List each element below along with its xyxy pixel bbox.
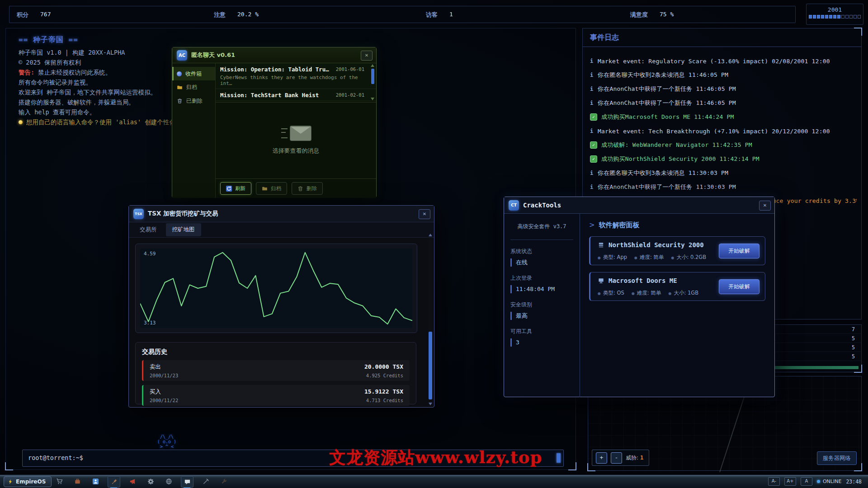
inbox-icon <box>177 71 182 76</box>
chat-button-归档[interactable]: 归档 <box>256 182 287 195</box>
scrollbar-thumb[interactable] <box>371 69 374 84</box>
close-icon[interactable]: ✕ <box>361 51 373 61</box>
pickaxe-icon[interactable] <box>200 476 212 487</box>
online-dot-icon <box>817 480 820 483</box>
trade-amount: 15.9122 TSX <box>364 388 403 395</box>
stat-value: 最高 <box>510 312 573 320</box>
font-reset-button[interactable]: A <box>801 477 812 486</box>
event-text: 成功破解: WebWanderer Navigator 11:42:35 PM <box>601 141 752 149</box>
tsx-window: TSX TSX 加密货币挖矿与交易 ✕ 交易所挖矿地图 4.59 3.13 交易… <box>128 205 434 408</box>
zoom-out-button[interactable]: - <box>611 452 622 464</box>
year-block <box>858 15 861 19</box>
chat-tab-已删除[interactable]: 已删除 <box>172 94 215 108</box>
attention-value: 20.2 % <box>237 11 259 19</box>
software-name: NorthShield Security 2000 <box>598 241 704 249</box>
globe-icon[interactable] <box>163 476 175 487</box>
map-controls: + - 威胁:1 <box>592 450 649 466</box>
gavel-icon[interactable] <box>108 476 120 488</box>
year-block <box>825 15 828 19</box>
event-log-entry: i你在匿名聊天中收到2条未读消息 11:46:05 PM <box>590 71 857 79</box>
os-start-button[interactable]: EmpireOS <box>4 476 52 487</box>
event-text: Market event: Tech Breakthrough (+7.10% … <box>598 128 830 135</box>
gavel-icon <box>111 479 118 485</box>
message-row[interactable]: Mission: TechStart Bank Heist2001-02-01 <box>216 89 376 101</box>
bullet-icon: ● <box>634 256 637 260</box>
event-log-entry: ✓成功购买NorthShield Security 2000 11:42:14 … <box>590 155 857 163</box>
font-larger-button[interactable]: A+ <box>784 477 796 486</box>
terminal-line-text: 禁止未经授权访问此系统。 <box>34 69 111 76</box>
chat-tab-归档[interactable]: 归档 <box>172 80 215 94</box>
start-crack-button[interactable]: 开始破解 <box>719 244 760 258</box>
package-icon[interactable] <box>71 476 83 487</box>
anonchat-titlebar[interactable]: AC 匿名聊天 v0.61 ✕ <box>172 47 376 63</box>
font-smaller-button[interactable]: A- <box>768 477 780 486</box>
chat-tab-label: 收件箱 <box>185 70 202 78</box>
chat-button-刷新[interactable]: 刷新 <box>220 182 251 195</box>
chart-high-label: 4.59 <box>144 251 156 257</box>
anonchat-window: AC 匿名聊天 v0.61 ✕ 收件箱归档已删除 Mission: Operat… <box>172 47 377 198</box>
cracktools-title: CrackTools <box>523 202 561 209</box>
scroll-up-icon[interactable] <box>371 64 374 67</box>
event-log-list: iMarket event: Regulatory Scare (-13.60%… <box>590 51 857 205</box>
message-scrollbar[interactable] <box>371 64 375 100</box>
message-list: Mission: Operation: Tabloid Tru…2001-06-… <box>216 63 376 103</box>
clock: 23:48 <box>846 479 862 485</box>
message-date: 2001-06-01 <box>336 66 364 72</box>
software-meta-item: ●难度: 简单 <box>632 290 661 296</box>
chat-tab-收件箱[interactable]: 收件箱 <box>172 67 215 80</box>
event-text: Market event: Regulatory Scare (-13.60% … <box>598 58 830 65</box>
software-name: Macrosoft Doors ME <box>598 277 677 284</box>
cracktools-titlebar[interactable]: CT CrackTools ✕ <box>504 197 774 214</box>
year-block <box>845 15 849 19</box>
wrench-icon[interactable] <box>218 476 230 487</box>
year-progress-box: 2001 <box>806 4 863 25</box>
close-icon[interactable]: ✕ <box>759 201 771 211</box>
event-log-entry: ✓成功购买Macrosoft Doors ME 11:44:24 PM <box>590 113 857 121</box>
satisfaction-value: 75 % <box>660 11 674 19</box>
refresh-icon <box>226 186 232 192</box>
tsx-tab-挖矿地图[interactable]: 挖矿地图 <box>166 223 201 236</box>
chat-icon[interactable] <box>181 476 193 488</box>
threat-value: 1 <box>640 455 643 461</box>
computer-icon <box>598 277 604 284</box>
cart-icon[interactable] <box>53 476 65 487</box>
tsx-titlebar[interactable]: TSX TSX 加密货币挖矿与交易 ✕ <box>129 206 434 222</box>
corner-bracket <box>568 462 576 470</box>
start-crack-button[interactable]: 开始破解 <box>719 279 760 294</box>
year-block <box>813 15 816 19</box>
tsx-tab-交易所[interactable]: 交易所 <box>133 223 163 236</box>
anonchat-sidebar: 收件箱归档已删除 <box>172 63 216 198</box>
zoom-in-button[interactable]: + <box>596 452 607 464</box>
scroll-down-icon[interactable] <box>371 98 374 100</box>
event-text: 你在AnonChat中获得了一个新任务 11:46:05 PM <box>598 99 736 107</box>
trade-row: 买入2000/11/2215.9122 TSX4.713 Credits <box>142 385 410 406</box>
cart-icon <box>56 478 63 485</box>
anonchat-body: 收件箱归档已删除 Mission: Operation: Tabloid Tru… <box>172 63 376 198</box>
year-block <box>833 15 836 19</box>
chat-tab-label: 已删除 <box>186 97 203 105</box>
trade-credits: 4.925 Credits <box>366 373 403 378</box>
threat-indicator: 威胁:1 <box>626 454 643 462</box>
visitors-label: 访客 <box>426 11 438 19</box>
scrollbar-thumb[interactable] <box>429 332 432 399</box>
warning-prefix: 警告: <box>19 69 34 76</box>
anonchat-main: Mission: Operation: Tabloid Tru…2001-06-… <box>216 63 376 198</box>
year-block <box>817 15 820 19</box>
event-log-entry: i你在AnonChat中获得了一个新任务 11:46:05 PM <box>590 85 857 93</box>
close-icon[interactable]: ✕ <box>419 209 430 219</box>
tsx-title: TSX 加密货币挖矿与交易 <box>148 210 218 218</box>
scroll-down-icon[interactable] <box>429 403 432 405</box>
chat-button-删除[interactable]: 删除 <box>292 182 323 195</box>
gear-icon[interactable] <box>145 476 156 487</box>
top-status-bar: 积分 767 注意 20.2 % 访客 1 满意度 75 % <box>9 6 796 23</box>
cracktools-window: CT CrackTools ✕ 高级安全套件 v3.7 系统状态在线上次登录11… <box>504 197 775 397</box>
user-icon[interactable] <box>90 476 101 487</box>
server-network-button[interactable]: 服务器网络 <box>817 451 857 465</box>
tsx-scrollbar[interactable] <box>428 239 433 404</box>
software-meta-item: ●大小: 0.2GB <box>671 254 707 261</box>
message-row[interactable]: Mission: Operation: Tabloid Tru…2001-06-… <box>216 63 376 89</box>
year-block <box>829 15 832 19</box>
megaphone-icon[interactable] <box>127 476 138 487</box>
folder-icon <box>177 84 183 90</box>
scroll-up-icon[interactable] <box>429 234 432 236</box>
